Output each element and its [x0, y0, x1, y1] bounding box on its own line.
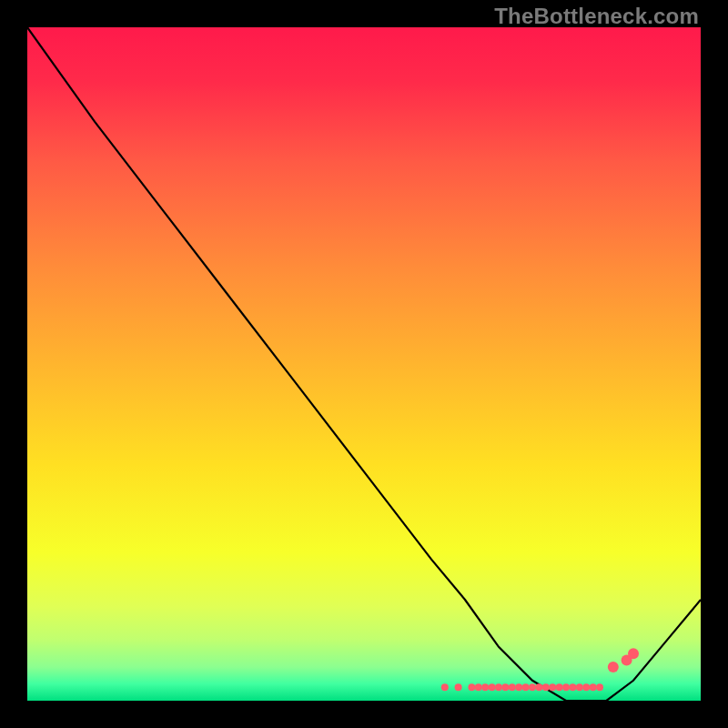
marker-dot [475, 683, 482, 691]
marker-dot [562, 683, 570, 691]
marker-dot [596, 683, 603, 691]
marker-dot [495, 683, 502, 691]
watermark-text: TheBottleneck.com [494, 4, 699, 29]
marker-dot [515, 683, 522, 691]
marker-dot [590, 683, 597, 691]
marker-dot [529, 683, 536, 691]
marker-dot [549, 683, 556, 691]
marker-dot [501, 683, 509, 691]
marker-dot [582, 683, 590, 691]
marker-dot [509, 683, 516, 691]
marker-dot [628, 648, 639, 659]
chart-frame: TheBottleneck.com [0, 0, 728, 728]
marker-dot [468, 683, 475, 691]
marker-dot [489, 683, 496, 691]
marker-dot [522, 683, 530, 691]
chart-svg [27, 27, 701, 701]
marker-dot [569, 683, 576, 691]
marker-dot [481, 683, 489, 691]
marker-dot [535, 683, 542, 691]
marker-dot [542, 683, 550, 691]
marker-dot [576, 683, 583, 691]
marker-dot [455, 683, 462, 691]
gradient-background [27, 27, 701, 701]
marker-dot [441, 683, 449, 691]
marker-dot [608, 662, 619, 672]
plot-area [27, 27, 701, 701]
marker-dot [556, 683, 563, 691]
